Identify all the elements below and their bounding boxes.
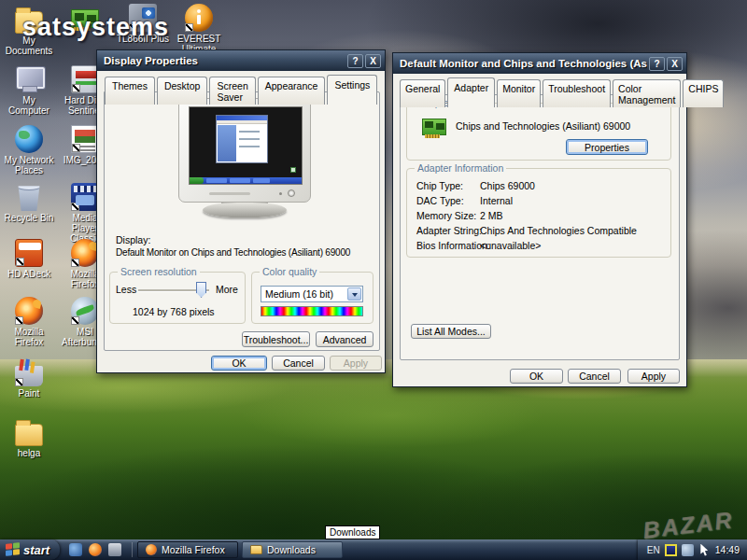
adapter-string-label: Adapter String:: [416, 225, 482, 236]
display-properties-dialog: Display Properties ? X Themes Desktop Sc…: [96, 49, 386, 373]
taskbar: start Mozilla Firefox Downloads EN 14:49: [0, 539, 747, 560]
tab-appearance[interactable]: Appearance: [258, 77, 326, 105]
chip-type-label: Chip Type:: [416, 180, 463, 191]
taskbar-clock[interactable]: 14:49: [715, 544, 740, 555]
ok-button[interactable]: OK: [510, 369, 563, 384]
troubleshoot-button[interactable]: Troubleshoot...: [242, 331, 310, 347]
firefox-icon: [146, 544, 157, 555]
apply-button[interactable]: Apply: [627, 369, 680, 384]
bios-information-label: Bios Information:: [416, 240, 490, 251]
desktop-icon-label: Paint: [2, 388, 56, 399]
internet-explorer-icon[interactable]: [69, 543, 82, 556]
tray-pointer-icon[interactable]: [698, 544, 711, 556]
my-computer-icon: [15, 65, 43, 93]
shortcut-arrow-icon: [71, 316, 79, 325]
dac-type-value: Internal: [480, 195, 513, 206]
monitor-power-button: [288, 189, 295, 197]
hd-adeck-icon: [15, 239, 43, 267]
watermark-satsystems: satsystems: [22, 13, 169, 42]
adapter-dialog-titlebar[interactable]: Default Monitor and Chips and Technologi…: [393, 53, 686, 74]
folder-icon: [15, 424, 43, 446]
tab-desktop[interactable]: Desktop: [157, 77, 208, 105]
properties-button[interactable]: Properties: [566, 139, 648, 155]
shortcut-arrow-icon: [71, 203, 79, 211]
media-player-icon[interactable]: [108, 543, 121, 556]
desktop-icon-my-network-places[interactable]: My Network Places: [2, 125, 56, 175]
desktop-icon-recycle-bin[interactable]: Recycle Bin: [2, 183, 56, 223]
msi-afterburner-icon: [71, 297, 99, 325]
tab-chips[interactable]: CHIPS: [683, 79, 724, 107]
resolution-slider-thumb[interactable]: [196, 282, 206, 298]
adapter-name: Chips and Technologies (Asiliant) 69000: [456, 120, 630, 132]
start-button[interactable]: start: [0, 539, 60, 560]
chevron-down-icon[interactable]: [347, 287, 361, 301]
tray-network-icon[interactable]: [682, 544, 694, 556]
mini-window: [216, 115, 268, 163]
shortcut-arrow-icon: [16, 258, 24, 266]
color-quality-select[interactable]: Medium (16 bit): [261, 286, 363, 302]
desktop-icon-label: Recycle Bin: [2, 213, 56, 223]
taskbar-item-label: Mozilla Firefox: [162, 544, 225, 555]
tab-color-management[interactable]: Color Management: [613, 79, 681, 107]
slider-more-label: More: [216, 284, 238, 295]
tab-settings[interactable]: Settings: [327, 75, 377, 105]
folder-icon: [250, 545, 262, 554]
tab-adapter[interactable]: Adapter: [447, 77, 495, 107]
resolution-slider[interactable]: [138, 289, 209, 291]
language-indicator[interactable]: EN: [647, 545, 660, 555]
tab-themes[interactable]: Themes: [105, 77, 155, 105]
screen-resolution-group-label: Screen resolution: [118, 266, 200, 277]
desktop-icon-label: helga: [2, 448, 56, 458]
desktop-icon-helga[interactable]: helga: [2, 418, 56, 458]
adapter-properties-dialog: Default Monitor and Chips and Technologi…: [392, 52, 687, 387]
cancel-button[interactable]: Cancel: [272, 356, 325, 371]
chip-type-value: Chips 69000: [480, 180, 535, 191]
tray-app-icon[interactable]: [665, 544, 677, 556]
adapter-type-group: Adapter Type Chips and Technologies (Asi…: [406, 103, 671, 161]
tab-troubleshoot[interactable]: Troubleshoot: [543, 79, 611, 107]
display-properties-titlebar[interactable]: Display Properties ? X: [97, 50, 385, 71]
firefox-icon: [15, 297, 43, 325]
shortcut-arrow-icon: [72, 84, 80, 92]
taskbar-separator: [132, 542, 133, 557]
taskbar-item-firefox[interactable]: Mozilla Firefox: [137, 541, 238, 558]
desktop-icon-my-computer[interactable]: My Computer: [2, 65, 56, 116]
shortcut-arrow-icon: [15, 316, 23, 325]
close-icon[interactable]: X: [365, 54, 381, 68]
desktop-icon-paint[interactable]: Paint: [2, 360, 56, 399]
firefox-icon[interactable]: [89, 543, 102, 556]
monitor-preview-screen: [189, 106, 303, 185]
taskbar-item-label: Downloads: [267, 544, 316, 555]
shortcut-arrow-icon: [71, 259, 79, 267]
advanced-button[interactable]: Advanced: [316, 331, 374, 347]
resolution-value: 1024 by 768 pixels: [133, 306, 215, 317]
taskbar-item-downloads[interactable]: Downloads: [242, 541, 343, 558]
help-button[interactable]: ?: [347, 54, 363, 68]
display-properties-tabs: Themes Desktop Screen Saver Appearance S…: [97, 71, 385, 105]
windows-logo-icon: [6, 542, 20, 557]
shortcut-arrow-icon: [15, 378, 23, 386]
media-player-classic-icon: [71, 183, 99, 211]
screen-resolution-group: Screen resolution Less More 1024 by 768 …: [109, 272, 246, 324]
desktop-icon-mozilla-firefox[interactable]: Mozilla Firefox: [2, 297, 56, 347]
close-icon[interactable]: X: [667, 57, 683, 71]
bios-information-value: <unavailable>: [480, 240, 541, 251]
tab-monitor[interactable]: Monitor: [497, 79, 541, 107]
shortcut-arrow-icon: [185, 23, 193, 32]
color-depth-preview: [261, 306, 363, 316]
apply-button[interactable]: Apply: [330, 356, 382, 371]
adapter-string-value: Chips And Technologies Compatible: [480, 225, 637, 236]
ok-button[interactable]: OK: [211, 356, 267, 371]
list-all-modes-button[interactable]: List All Modes...: [411, 324, 491, 339]
dialog-title: Default Monitor and Chips and Technologi…: [400, 58, 647, 69]
desktop-icon-label: My Network Places: [2, 155, 56, 175]
help-button[interactable]: ?: [649, 57, 665, 71]
adapter-information-group: Adapter Information Chip Type: Chips 690…: [406, 168, 671, 258]
tab-screen-saver[interactable]: Screen Saver: [209, 77, 255, 105]
monitor-preview: [178, 98, 311, 229]
tab-general[interactable]: General: [400, 79, 445, 107]
adapter-information-group-label: Adapter Information: [415, 162, 506, 174]
desktop-icon-hd-adeck[interactable]: HD ADeck: [2, 239, 56, 279]
cancel-button[interactable]: Cancel: [568, 369, 621, 384]
adapter-dialog-tabs: General Adapter Monitor Troubleshoot Col…: [393, 74, 686, 107]
